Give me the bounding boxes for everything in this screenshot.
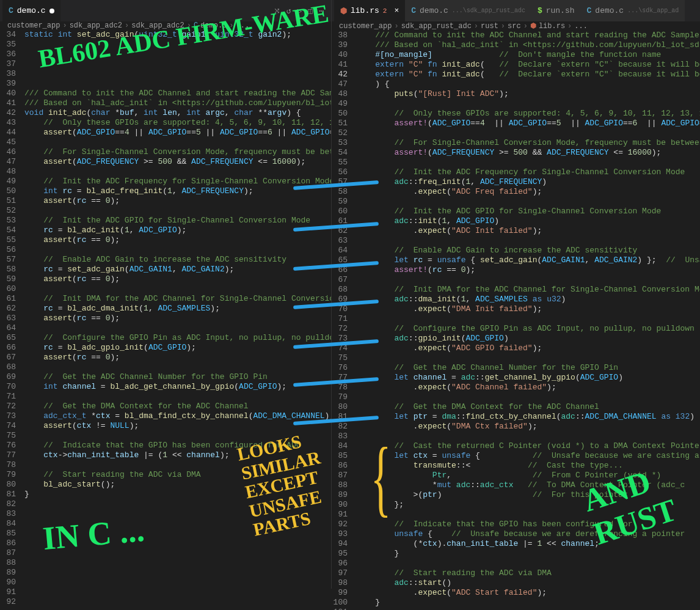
code-line[interactable]: 65 // Configure the GPIO Pin as ADC Inpu… [0, 333, 331, 343]
tab-run-sh[interactable]: $run.sh [531, 0, 581, 21]
code-content[interactable] [356, 236, 700, 246]
code-line[interactable]: 47 ) { [332, 79, 700, 89]
code-line[interactable]: 84 [0, 519, 331, 529]
code-content[interactable]: .expect("ADC Start failed"); [356, 588, 700, 598]
code-line[interactable]: 59 [332, 197, 700, 207]
code-content[interactable] [24, 323, 331, 333]
code-line[interactable]: 65 let rc = unsafe { set_adc_gain(ADC_GA… [332, 255, 700, 265]
code-line[interactable]: 81} [0, 490, 331, 499]
code-line[interactable]: 72 // Get the DMA Context for the ADC Ch… [0, 402, 331, 411]
code-line[interactable]: 74 .expect("ADC GPIO failed"); [332, 344, 700, 353]
code-line[interactable]: 41 extern "C" fn init_adc( // Declare `e… [332, 60, 700, 70]
code-line[interactable]: 63 assert(rc == 0); [0, 314, 331, 323]
code-content[interactable]: // Init the ADC Frequency for Single-Cha… [356, 167, 700, 177]
code-content[interactable]: ctx->chan_init_table |= (1 << channel); [24, 450, 331, 460]
tab-lib-rs[interactable]: ⬢lib.rs2× [334, 0, 405, 21]
code-line[interactable]: 92 [0, 597, 331, 607]
code-content[interactable]: /// Based on `hal_adc_init` in <https://… [24, 98, 331, 108]
code-line[interactable]: 40 #[no_mangle] // Don't mangle the func… [332, 50, 700, 60]
code-content[interactable] [356, 559, 700, 568]
code-line[interactable]: 57 adc::freq_init(1, ADC_FREQUENCY) [332, 177, 700, 187]
code-line[interactable]: 61 // Init DMA for the ADC Channel for S… [0, 294, 331, 304]
tab-demo-c[interactable]: Cdemo.c...\sdk_app_ad [581, 0, 685, 21]
code-line[interactable]: 74 assert(ctx != NULL); [0, 421, 331, 431]
code-content[interactable]: void init_adc(char *buf, int len, int ar… [24, 108, 331, 118]
code-content[interactable]: // Cast the returned C Pointer (void *) … [356, 441, 700, 451]
code-line[interactable]: 45 [0, 138, 331, 147]
code-line[interactable]: 83 [0, 509, 331, 519]
crumb[interactable]: sdk_app_adc2 [131, 21, 184, 30]
code-content[interactable]: // Get the ADC Channel Number for the GP… [356, 363, 700, 373]
close-icon[interactable]: × [394, 6, 399, 15]
code-line[interactable]: 59 assert(rc == 0); [0, 274, 331, 284]
code-content[interactable]: assert!(ADC_GPIO==4 || ADC_GPIO==5 || AD… [356, 119, 700, 128]
crumb[interactable]: sdk_app_rust_adc [401, 22, 472, 31]
code-line[interactable]: 39 /// Based on `hal_adc_init` in <https… [332, 40, 700, 50]
code-line[interactable]: 60 // Init the ADC GPIO for Single-Chann… [332, 207, 700, 216]
code-line[interactable]: 80 bl_adc_start(); [0, 480, 331, 490]
code-content[interactable] [24, 519, 331, 529]
code-content[interactable] [24, 167, 331, 177]
code-content[interactable]: /// Command to init the ADC Channel and … [24, 89, 331, 98]
code-content[interactable]: transmute::< // Cast the type... [356, 461, 700, 471]
code-line[interactable]: 50 // Only these GPIOs are supported: 4,… [332, 109, 700, 119]
code-content[interactable] [24, 138, 331, 147]
code-line[interactable]: 89 [0, 568, 331, 578]
code-content[interactable] [24, 40, 331, 50]
code-content[interactable] [356, 392, 700, 402]
code-content[interactable]: // Get the DMA Context for the ADC Chann… [24, 402, 331, 411]
code-content[interactable] [356, 99, 700, 109]
crumb[interactable]: sdk_app_adc2 [70, 21, 122, 30]
code-content[interactable] [24, 69, 331, 79]
code-line[interactable]: 76 // Get the ADC Channel Number for the… [332, 363, 700, 373]
code-content[interactable]: puts("[Rust] Init ADC"); [356, 89, 700, 99]
code-line[interactable]: 91 [0, 587, 331, 597]
code-content[interactable]: // Enable ADC Gain to increase the ADC s… [24, 255, 331, 265]
code-line[interactable]: 68 [0, 362, 331, 372]
crumb[interactable]: ... [236, 21, 250, 30]
code-line[interactable]: 76 // Indicate that the GPIO has been co… [0, 441, 331, 450]
code-line[interactable]: 44 assert(ADC_GPIO==4 || ADC_GPIO==5 || … [0, 128, 331, 138]
code-line[interactable]: 49 // Init the ADC Frequency for Single-… [0, 177, 331, 186]
code-content[interactable] [356, 197, 700, 207]
code-content[interactable]: adc::start() [356, 578, 700, 588]
code-line[interactable]: 71 [332, 314, 700, 324]
code-line[interactable]: 82 .expect("DMA Ctx failed"); [332, 422, 700, 432]
code-line[interactable]: 50 int rc = bl_adc_freq_init(1, ADC_FREQ… [0, 186, 331, 196]
code-content[interactable]: adc::gpio_init(ADC_GPIO) [356, 334, 700, 344]
code-content[interactable]: // Start reading the ADC via DMA [356, 568, 700, 578]
code-line[interactable]: 93 unsafe { // Unsafe because we are der… [332, 529, 700, 539]
code-line[interactable]: 41/// Based on `hal_adc_init` in <https:… [0, 98, 331, 108]
code-content[interactable] [24, 362, 331, 372]
crumb[interactable]: demo.c [200, 21, 227, 30]
code-line[interactable]: 51 assert!(ADC_GPIO==4 || ADC_GPIO==5 ||… [332, 119, 700, 128]
code-line[interactable]: 52 [332, 128, 700, 138]
code-content[interactable] [24, 50, 331, 59]
crumb[interactable]: src [508, 22, 521, 31]
breadcrumb-right[interactable]: customer_app› sdk_app_rust_adc› rust› sr… [332, 21, 700, 31]
code-content[interactable]: extern "C" fn init_adc( // Declare `exte… [356, 60, 700, 70]
code-line[interactable]: 85 [0, 529, 331, 538]
code-line[interactable]: 62 .expect("ADC Init failed"); [332, 226, 700, 236]
code-content[interactable]: .expect("ADC GPIO failed"); [356, 344, 700, 353]
code-content[interactable]: let rc = unsafe { set_adc_gain(ADC_GAIN1… [356, 255, 700, 265]
code-line[interactable]: 55 [332, 158, 700, 167]
code-content[interactable]: assert(rc == 0); [24, 314, 331, 323]
code-line[interactable]: 37 [0, 59, 331, 69]
code-content[interactable]: // Init the ADC GPIO for Single-Channel … [24, 216, 331, 226]
code-content[interactable]: adc_ctx_t *ctx = bl_dma_find_ctx_by_chan… [24, 411, 331, 421]
code-line[interactable]: 64 [0, 323, 331, 333]
code-content[interactable] [24, 587, 331, 597]
code-content[interactable]: assert(rc == 0); [24, 196, 331, 206]
code-content[interactable] [356, 510, 700, 520]
code-content[interactable]: #[no_mangle] // Don't mangle the functio… [356, 50, 700, 60]
code-content[interactable] [24, 578, 331, 587]
code-content[interactable]: // Init DMA for the ADC Channel for Sing… [24, 294, 331, 304]
code-content[interactable]: } [24, 490, 331, 499]
code-line[interactable]: 52 [0, 206, 331, 216]
code-content[interactable]: assert(rc == 0); [24, 235, 331, 245]
code-line[interactable]: 47 assert(ADC_FREQUENCY >= 500 && ADC_FR… [0, 157, 331, 167]
code-line[interactable]: 64 // Enable ADC Gain to increase the AD… [332, 246, 700, 255]
code-line[interactable]: 60 [0, 284, 331, 294]
code-content[interactable]: } [356, 549, 700, 559]
